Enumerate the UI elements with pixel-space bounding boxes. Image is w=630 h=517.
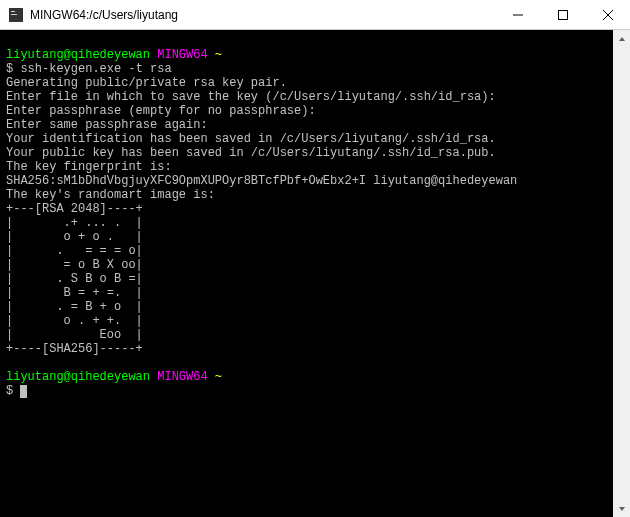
scroll-track[interactable] bbox=[613, 47, 630, 500]
output-line: SHA256:sM1bDhdVbgjuyXFC9OpmXUPOyr8BTcfPb… bbox=[6, 174, 607, 188]
output-line: Enter passphrase (empty for no passphras… bbox=[6, 104, 607, 118]
randomart-line: | . = = = o| bbox=[6, 244, 607, 258]
prompt-path: ~ bbox=[215, 48, 222, 62]
output-line: The key's randomart image is: bbox=[6, 188, 607, 202]
randomart-line: +---[RSA 2048]----+ bbox=[6, 202, 607, 216]
close-button[interactable] bbox=[585, 0, 630, 29]
prompt-line: liyutang@qihedeyewan MINGW64 ~ bbox=[6, 48, 607, 62]
blank-line bbox=[6, 34, 607, 48]
prompt-user: liyutang@qihedeyewan bbox=[6, 370, 150, 384]
scroll-down-icon[interactable] bbox=[613, 500, 630, 517]
randomart-line: | = o B X oo| bbox=[6, 258, 607, 272]
svg-rect-2 bbox=[11, 14, 17, 15]
command-line: $ ssh-keygen.exe -t rsa bbox=[6, 62, 607, 76]
randomart-line: | . S B o B =| bbox=[6, 272, 607, 286]
terminal[interactable]: liyutang@qihedeyewan MINGW64 ~$ ssh-keyg… bbox=[0, 30, 613, 517]
blank-line bbox=[6, 356, 607, 370]
terminal-area: liyutang@qihedeyewan MINGW64 ~$ ssh-keyg… bbox=[0, 30, 630, 517]
command-line: $ bbox=[6, 384, 607, 398]
output-line: The key fingerprint is: bbox=[6, 160, 607, 174]
app-icon bbox=[8, 7, 24, 23]
svg-marker-8 bbox=[619, 507, 625, 511]
svg-rect-1 bbox=[11, 11, 15, 12]
output-line: Your identification has been saved in /c… bbox=[6, 132, 607, 146]
prompt-env: MINGW64 bbox=[157, 48, 207, 62]
window-controls bbox=[495, 0, 630, 29]
window-title: MINGW64:/c/Users/liyutang bbox=[30, 8, 495, 22]
command-text: ssh-keygen.exe -t rsa bbox=[20, 62, 171, 76]
prompt-line: liyutang@qihedeyewan MINGW64 ~ bbox=[6, 370, 607, 384]
prompt-symbol: $ bbox=[6, 384, 13, 398]
randomart-line: | o + o . | bbox=[6, 230, 607, 244]
minimize-button[interactable] bbox=[495, 0, 540, 29]
titlebar[interactable]: MINGW64:/c/Users/liyutang bbox=[0, 0, 630, 30]
cursor bbox=[20, 385, 27, 398]
prompt-path: ~ bbox=[215, 370, 222, 384]
randomart-line: | o . + +. | bbox=[6, 314, 607, 328]
scrollbar[interactable] bbox=[613, 30, 630, 517]
output-line: Generating public/private rsa key pair. bbox=[6, 76, 607, 90]
randomart-line: | . = B + o | bbox=[6, 300, 607, 314]
output-line: Enter file in which to save the key (/c/… bbox=[6, 90, 607, 104]
svg-marker-7 bbox=[619, 37, 625, 41]
randomart-line: | Eoo | bbox=[6, 328, 607, 342]
svg-rect-4 bbox=[558, 10, 567, 19]
output-line: Your public key has been saved in /c/Use… bbox=[6, 146, 607, 160]
scroll-up-icon[interactable] bbox=[613, 30, 630, 47]
prompt-symbol: $ bbox=[6, 62, 13, 76]
randomart-line: | B = + =. | bbox=[6, 286, 607, 300]
output-line: Enter same passphrase again: bbox=[6, 118, 607, 132]
maximize-button[interactable] bbox=[540, 0, 585, 29]
prompt-user: liyutang@qihedeyewan bbox=[6, 48, 150, 62]
randomart-line: +----[SHA256]-----+ bbox=[6, 342, 607, 356]
prompt-env: MINGW64 bbox=[157, 370, 207, 384]
randomart-line: | .+ ... . | bbox=[6, 216, 607, 230]
